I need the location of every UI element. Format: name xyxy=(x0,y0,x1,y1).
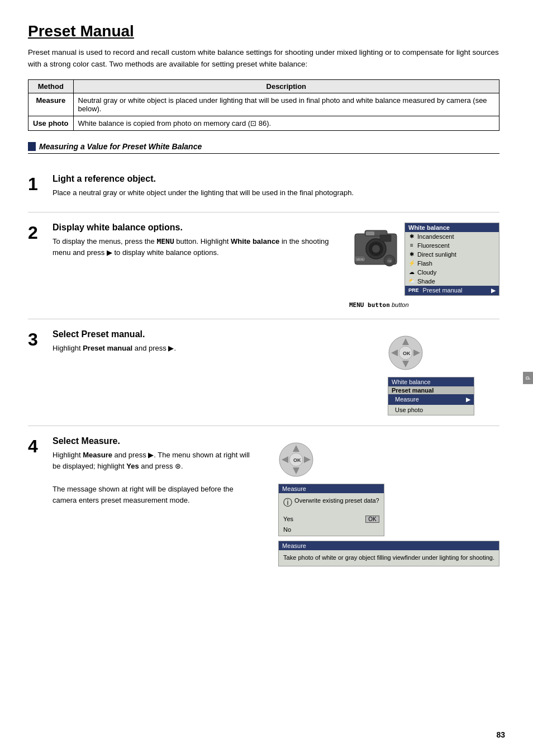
intro-text: Preset manual is used to record and reca… xyxy=(28,47,499,70)
page-number: 83 xyxy=(496,730,505,739)
dlg-body-overwrite: ⓘ Overwrite existing preset data? xyxy=(279,493,384,514)
table-row: Measure Neutral gray or white object is … xyxy=(28,93,499,116)
svg-text:OK: OK xyxy=(388,259,392,263)
side-tab: d xyxy=(523,372,533,384)
svg-text:OK: OK xyxy=(403,351,411,356)
step-2-content: Display white balance options. To displa… xyxy=(53,223,499,309)
sm-measure: Measure▶ xyxy=(388,394,474,405)
side-tab-label: d xyxy=(525,376,531,380)
step-3-title: Select Preset manual. xyxy=(53,329,368,339)
svg-point-3 xyxy=(372,245,380,253)
menu-item-flash: ⚡ Flash xyxy=(405,259,499,268)
step-4-number: 4 xyxy=(28,436,53,455)
dlg-title-measure: Measure xyxy=(279,484,384,493)
menu-item-cloudy: ☁ Cloudy xyxy=(405,268,499,277)
nav-pad-svg: OK xyxy=(388,335,424,371)
overwrite-dialog: Measure ⓘ Overwrite existing preset data… xyxy=(278,484,384,536)
dlg-body-message: Take photo of white or gray object filli… xyxy=(279,550,499,565)
message-dialog: Measure Take photo of white or gray obje… xyxy=(278,541,499,566)
wb-menu-step2: White balance ✱ Incandescent ≡ Fluoresce… xyxy=(404,223,499,296)
step-4-body2: The message shown at right will be displ… xyxy=(53,484,258,506)
menu-item-fluorescent: ≡ Fluorescent xyxy=(405,241,499,250)
btn-ok-indicator: OK xyxy=(365,516,379,523)
step-4: 4 Select Measure. Highlight Measure and … xyxy=(28,426,499,581)
section-heading: Measuring a Value for Preset White Balan… xyxy=(28,142,499,154)
menu-button-caption: MENU button button xyxy=(349,301,409,309)
svg-rect-11 xyxy=(380,235,391,242)
step-2-number: 2 xyxy=(28,223,53,242)
svg-text:MENU: MENU xyxy=(356,258,365,261)
menu-item-incandescent: ✱ Incandescent xyxy=(405,232,499,241)
wb-menu-title: White balance xyxy=(405,223,499,232)
step-4-body1: Highlight Measure and press ▶. The menu … xyxy=(53,450,258,472)
method-usephoto-desc: White balance is copied from photo on me… xyxy=(73,116,499,130)
step-1: 1 Light a reference object. Place a neut… xyxy=(28,164,499,212)
step-1-title: Light a reference object. xyxy=(53,174,499,184)
step-1-content: Light a reference object. Place a neutra… xyxy=(53,174,499,202)
page-title: Preset Manual xyxy=(28,22,499,40)
step-1-number: 1 xyxy=(28,174,53,193)
menu-item-preset: PRE Preset manual ▶ xyxy=(405,286,499,295)
step-1-body: Place a neutral gray or white object und… xyxy=(53,187,499,199)
sm-usephoto: Use photo xyxy=(388,405,474,415)
step-4-right: OK Measure ⓘ Overwrite existing preset d… xyxy=(278,436,499,571)
step-2-right: MENU OK White balance ✱ In xyxy=(349,223,499,309)
step-4-content: Select Measure. Highlight Measure and pr… xyxy=(53,436,499,571)
step-3-content: Select Preset manual. Highlight Preset m… xyxy=(53,329,499,415)
method-measure-desc: Neutral gray or white object is placed u… xyxy=(73,93,499,116)
table-col2-header: Description xyxy=(73,79,499,93)
dlg-title-message: Measure xyxy=(279,541,499,550)
heading-decoration xyxy=(28,142,36,151)
btn-yes: Yes xyxy=(283,516,293,523)
menu-item-direct-sunlight: ✱ Direct sunlight xyxy=(405,250,499,259)
step-2: 2 Display white balance options. To disp… xyxy=(28,212,499,319)
dlg-buttons: Yes OK xyxy=(279,514,384,525)
step-3-right: OK White balance Preset manual Measure▶ … xyxy=(388,329,499,415)
menu-item-shade: ⛅ Shade xyxy=(405,277,499,286)
method-usephoto: Use photo xyxy=(28,116,74,130)
step-4-title: Select Measure. xyxy=(53,436,258,446)
method-table: Method Description Measure Neutral gray … xyxy=(28,79,499,131)
step-3: 3 Select Preset manual. Highlight Preset… xyxy=(28,319,499,426)
sm-title: White balance xyxy=(388,377,474,386)
sm-subtitle: Preset manual xyxy=(388,386,474,394)
table-row: Use photo White balance is copied from p… xyxy=(28,116,499,130)
nav-pad-step4: OK xyxy=(278,442,315,478)
svg-text:OK: OK xyxy=(293,457,301,463)
nav-pad-step4-svg: OK xyxy=(278,442,315,478)
method-measure: Measure xyxy=(28,93,74,116)
wb-submenu-step3: White balance Preset manual Measure▶ Use… xyxy=(388,377,474,415)
step-3-number: 3 xyxy=(28,329,53,348)
section-heading-text: Measuring a Value for Preset White Balan… xyxy=(39,142,202,151)
nav-pad-step3: OK xyxy=(388,335,424,371)
btn-no: No xyxy=(279,525,384,536)
camera-diagram: MENU OK xyxy=(349,223,402,284)
step-3-body: Highlight Preset manual and press ▶. xyxy=(53,343,368,354)
step-2-body: To display the menus, press the MENU but… xyxy=(53,236,329,258)
step-2-title: Display white balance options. xyxy=(53,223,329,233)
table-col1-header: Method xyxy=(28,79,74,93)
svg-rect-5 xyxy=(366,231,374,235)
